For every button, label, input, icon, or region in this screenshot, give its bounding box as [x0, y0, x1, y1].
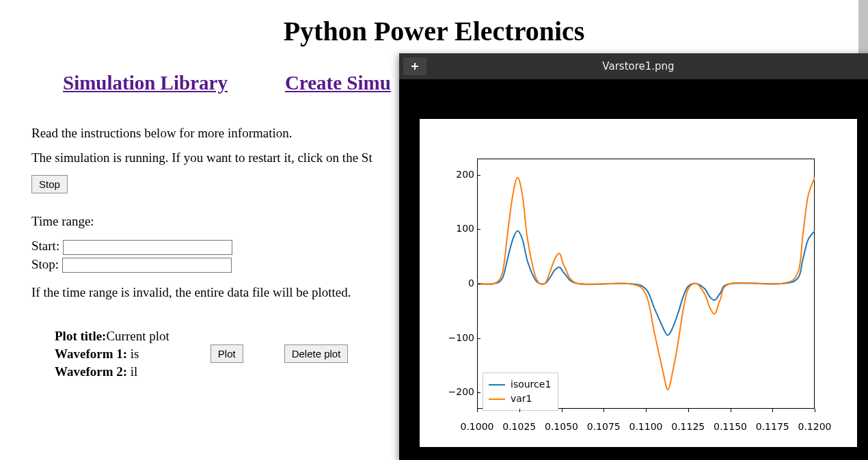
x-tick-label: 0.1200: [798, 421, 832, 432]
y-tick-label: 200: [439, 169, 474, 180]
waveform2-label: Waveform 2:: [55, 364, 131, 379]
nav-create-simulation[interactable]: Create Simu: [285, 72, 391, 94]
legend-swatch-icon: [489, 384, 505, 385]
y-tick-label: 100: [439, 223, 474, 234]
x-tick-label: 0.1075: [586, 421, 621, 432]
stop-label: Stop:: [31, 257, 62, 271]
image-viewer-window: Varstore1.png isource1var1 −200−10001002…: [399, 53, 868, 460]
image-viewer-titlebar[interactable]: Varstore1.png: [399, 53, 868, 79]
x-tick-label: 0.1150: [714, 421, 748, 432]
plot-info: Plot title:Current plot Waveform 1: is W…: [55, 327, 169, 380]
x-tick-label: 0.1025: [502, 421, 537, 432]
chart-figure: isource1var1 −200−10001002000.10000.1025…: [420, 119, 857, 447]
plot-title-value: Current plot: [106, 329, 169, 343]
waveform1-label: Waveform 1:: [55, 347, 131, 361]
y-tick-label: −200: [439, 386, 474, 397]
waveform2-value: il: [131, 364, 138, 379]
x-tick-label: 0.1175: [755, 421, 789, 432]
page-title: Python Power Electronics: [31, 15, 837, 47]
nav-simulation-library[interactable]: Simulation Library: [63, 72, 228, 94]
plot-button[interactable]: Plot: [211, 344, 243, 363]
x-tick-label: 0.1050: [545, 421, 579, 432]
delete-plot-button[interactable]: Delete plot: [284, 344, 349, 363]
y-tick-label: −100: [439, 332, 474, 343]
x-tick-label: 0.1125: [671, 421, 705, 432]
x-tick-label: 0.1100: [629, 421, 663, 432]
legend-entry: var1: [489, 392, 551, 406]
x-tick-label: 0.1000: [460, 421, 494, 432]
legend-entry: isource1: [489, 377, 551, 392]
expand-icon[interactable]: [403, 57, 426, 75]
y-tick-label: 0: [439, 278, 474, 288]
plot-title-label: Plot title:: [55, 329, 106, 343]
svg-rect-1: [411, 66, 418, 67]
stop-input[interactable]: [62, 258, 232, 273]
waveform1-value: is: [131, 347, 139, 361]
legend-label: var1: [511, 392, 532, 406]
stop-button[interactable]: Stop: [31, 175, 68, 193]
series-var1: [477, 178, 815, 390]
legend-label: isource1: [511, 377, 551, 392]
start-input[interactable]: [63, 240, 232, 255]
chart-legend: isource1var1: [483, 373, 558, 411]
legend-swatch-icon: [489, 398, 505, 400]
image-viewer-filename: Varstore1.png: [426, 60, 868, 72]
start-label: Start:: [31, 239, 63, 253]
